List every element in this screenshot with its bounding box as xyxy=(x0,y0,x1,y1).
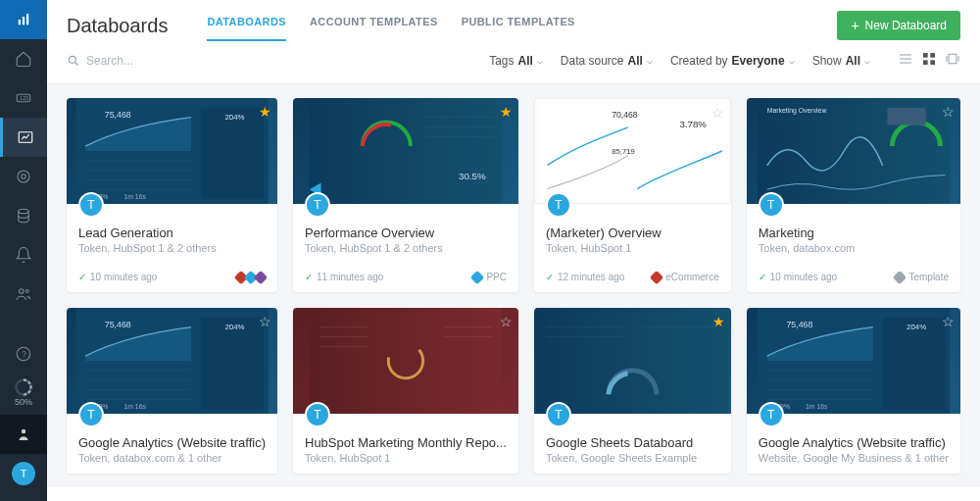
star-icon[interactable]: ☆ xyxy=(500,314,513,329)
star-icon[interactable]: ★ xyxy=(712,314,725,329)
nav-goals[interactable] xyxy=(0,157,47,196)
star-icon[interactable]: ★ xyxy=(259,104,271,120)
card-footer: ✓11 minutes agoPPC xyxy=(293,264,518,292)
card-subtitle: Token, HubSpot 1 & 2 others xyxy=(305,242,507,254)
star-icon[interactable]: ☆ xyxy=(942,314,955,329)
nav-metrics[interactable]: 123 xyxy=(0,78,47,118)
nav-account[interactable]: T xyxy=(0,454,47,493)
view-cards-icon[interactable] xyxy=(945,51,960,70)
plus-icon: + xyxy=(851,19,858,32)
svg-rect-2 xyxy=(26,14,28,25)
card-thumbnail: 75,46881.29%1m 16s204%☆ xyxy=(67,308,277,414)
card-subtitle: Website, Google My Business & 1 other xyxy=(759,452,949,464)
card-avatar: T xyxy=(305,192,330,218)
card-tag: eCommerce xyxy=(652,272,718,282)
check-icon: ✓ xyxy=(305,272,313,282)
databoard-card[interactable]: ☆THubSpot Marketing Monthly Repo...Token… xyxy=(293,308,518,474)
svg-text:123: 123 xyxy=(20,95,28,101)
check-icon: ✓ xyxy=(546,272,554,282)
card-thumbnail: ★ xyxy=(534,308,731,414)
filter-tags[interactable]: Tags All ⌵ xyxy=(489,54,543,68)
tab-account-templates[interactable]: ACCOUNT TEMPLATES xyxy=(310,10,438,41)
svg-rect-22 xyxy=(930,60,935,65)
card-avatar: T xyxy=(546,192,571,218)
svg-rect-23 xyxy=(949,54,956,63)
card-subtitle: Token, databox.com xyxy=(759,242,949,254)
card-subtitle: Token, HubSpot 1 xyxy=(546,242,719,254)
svg-point-9 xyxy=(20,289,24,294)
sidebar: 123 ? 50% xyxy=(0,0,47,501)
databoard-card[interactable]: 75,46881.29%1m 16s204%☆TGoogle Analytics… xyxy=(67,308,277,474)
tabs: DATABOARDSACCOUNT TEMPLATESPUBLIC TEMPLA… xyxy=(207,10,574,41)
tab-public-templates[interactable]: PUBLIC TEMPLATES xyxy=(462,10,575,41)
card-time: 12 minutes ago xyxy=(558,272,624,282)
search[interactable] xyxy=(67,54,282,68)
card-title: Performance Overview xyxy=(305,225,507,240)
tab-databoards[interactable]: DATABOARDS xyxy=(207,10,286,41)
nav-data[interactable] xyxy=(0,196,47,235)
svg-text:3.78%: 3.78% xyxy=(680,119,708,129)
search-input[interactable] xyxy=(86,54,282,68)
logo[interactable] xyxy=(0,0,47,39)
card-tag xyxy=(236,273,266,282)
databoard-card[interactable]: 30.5%★TPerformance OverviewToken, HubSpo… xyxy=(293,98,518,292)
card-thumbnail: ☆ xyxy=(293,308,518,414)
svg-point-14 xyxy=(22,429,26,434)
avatar: T xyxy=(12,462,35,485)
svg-text:1m 16s: 1m 16s xyxy=(806,403,828,410)
page-title: Databoards xyxy=(67,15,168,37)
check-icon: ✓ xyxy=(759,272,766,282)
databoard-card[interactable]: 70,4683.78%85,719☆T(Marketer) OverviewTo… xyxy=(534,98,731,292)
toolbar: Tags All ⌵Data source All ⌵Created by Ev… xyxy=(47,41,980,84)
card-avatar: T xyxy=(759,192,784,218)
databoard-card[interactable]: 75,46881.29%1m 16s204%★TLead GenerationT… xyxy=(67,98,277,292)
card-title: Lead Generation xyxy=(78,225,266,240)
svg-rect-34 xyxy=(201,108,264,199)
topbar: Databoards DATABOARDSACCOUNT TEMPLATESPU… xyxy=(47,0,980,41)
filter-created-by[interactable]: Created by Everyone ⌵ xyxy=(670,54,795,68)
nav-help[interactable]: ? xyxy=(0,334,47,374)
view-list-icon[interactable] xyxy=(898,51,913,70)
card-footer: ✓12 minutes agoeCommerce xyxy=(534,264,731,292)
chevron-down-icon: ⌵ xyxy=(647,55,653,66)
filter-data-source[interactable]: Data source All ⌵ xyxy=(561,54,653,68)
svg-rect-48 xyxy=(887,108,925,125)
card-subtitle: Token, HubSpot 1 xyxy=(305,452,507,464)
svg-text:1m 16s: 1m 16s xyxy=(123,403,146,410)
svg-rect-78 xyxy=(882,318,945,409)
databoard-card[interactable]: Marketing Overview☆TMarketingToken, data… xyxy=(747,98,960,292)
new-databoard-button[interactable]: + New Databoard xyxy=(837,11,960,40)
star-icon[interactable]: ☆ xyxy=(942,104,955,120)
svg-rect-57 xyxy=(201,318,264,409)
card-avatar: T xyxy=(78,402,104,427)
svg-text:75,468: 75,468 xyxy=(105,320,131,329)
svg-text:30.5%: 30.5% xyxy=(459,171,486,181)
card-title: Google Analytics (Website traffic) xyxy=(78,435,266,450)
view-grid-icon[interactable] xyxy=(921,51,937,70)
svg-rect-59 xyxy=(310,308,502,414)
nav-databoards[interactable] xyxy=(0,118,47,157)
card-thumbnail: 70,4683.78%85,719☆ xyxy=(534,98,731,204)
filter-show[interactable]: Show All ⌵ xyxy=(812,54,870,68)
card-time: 11 minutes ago xyxy=(317,272,383,282)
databoard-card[interactable]: 75,46881.29%1m 16s204%☆TGoogle Analytics… xyxy=(747,308,960,474)
svg-text:Marketing Overview: Marketing Overview xyxy=(767,107,827,115)
svg-text:70,468: 70,468 xyxy=(612,110,638,120)
check-icon: ✓ xyxy=(78,272,86,282)
star-icon[interactable]: ★ xyxy=(500,104,513,120)
svg-text:1m 16s: 1m 16s xyxy=(123,193,146,200)
nav-team[interactable] xyxy=(0,415,47,454)
nav-users[interactable] xyxy=(0,275,47,314)
star-icon[interactable]: ☆ xyxy=(711,105,724,121)
card-subtitle: Token, HubSpot 1 & 2 others xyxy=(78,242,266,254)
nav-home[interactable] xyxy=(0,39,47,78)
nav-alerts[interactable] xyxy=(0,235,47,275)
databoard-card[interactable]: ★TGoogle Sheets DataboardToken, Google S… xyxy=(534,308,731,474)
card-tag: PPC xyxy=(472,272,507,282)
star-icon[interactable]: ☆ xyxy=(259,314,271,329)
nav-progress[interactable]: 50% xyxy=(0,374,47,411)
card-tag: Template xyxy=(895,272,949,282)
card-footer: ✓10 minutes agoTemplate xyxy=(747,264,960,292)
card-thumbnail: 75,46881.29%1m 16s204%☆ xyxy=(747,308,960,414)
svg-text:75,468: 75,468 xyxy=(105,110,131,120)
